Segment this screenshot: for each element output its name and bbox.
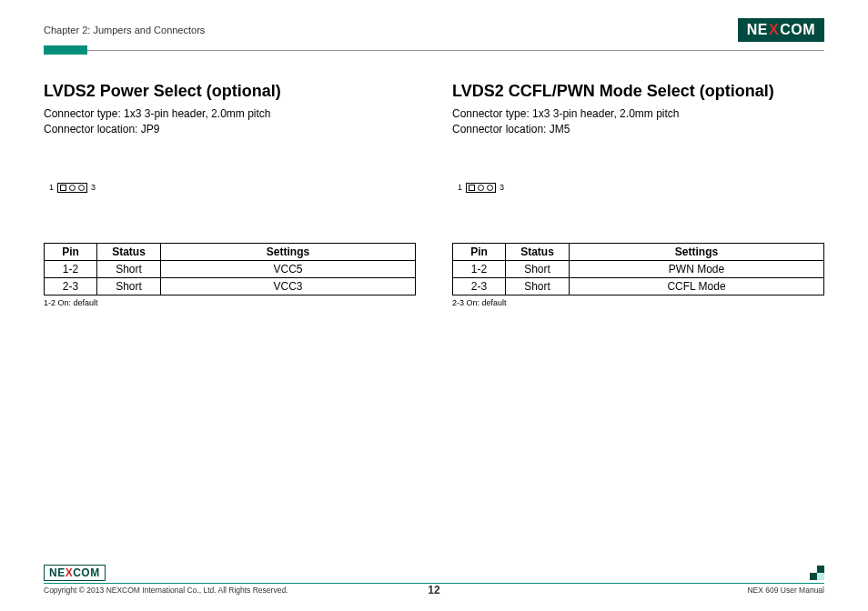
left-pin-diagram: 1 3: [49, 183, 416, 193]
left-pin-label-3: 3: [91, 183, 96, 192]
td-status: Short: [97, 260, 161, 277]
left-conn-type: Connector type: 1x3 3-pin header, 2.0mm …: [44, 106, 416, 122]
pin-circle-icon: [69, 185, 76, 191]
right-pin-label-1: 1: [458, 183, 462, 192]
th-status: Status: [97, 243, 161, 260]
right-pin-diagram: 1 3: [458, 183, 824, 193]
left-conn-loc: Connector location: JP9: [44, 122, 416, 137]
table-row: 1-2 Short VCC5: [45, 260, 416, 277]
left-pin-frame: [57, 183, 87, 193]
right-section-title: LVDS2 CCFL/PWN Mode Select (optional): [452, 82, 824, 101]
th-pin: Pin: [453, 243, 506, 260]
td-settings: CCFL Mode: [570, 277, 824, 295]
left-pin-label-1: 1: [49, 183, 54, 192]
pin-square-icon: [469, 185, 475, 191]
right-conn-loc: Connector location: JM5: [452, 122, 824, 137]
right-settings-table: Pin Status Settings 1-2 Short PWN Mode 2…: [452, 243, 824, 295]
left-column: LVDS2 Power Select (optional) Connector …: [44, 82, 416, 307]
td-status: Short: [97, 277, 161, 295]
pin-circle-icon: [78, 185, 85, 191]
left-settings-table: Pin Status Settings 1-2 Short VCC5 2-3 S…: [44, 243, 416, 295]
logo-pre: NE: [747, 22, 768, 38]
right-conn-type: Connector type: 1x3 3-pin header, 2.0mm …: [452, 106, 824, 122]
left-default-note: 1-2 On: default: [44, 298, 416, 307]
td-status: Short: [506, 277, 570, 295]
table-row: 2-3 Short VCC3: [45, 277, 416, 295]
right-pin-frame: [466, 183, 496, 193]
td-settings: VCC5: [161, 260, 416, 277]
logo-pre: NE: [49, 566, 66, 579]
th-pin: Pin: [45, 243, 97, 260]
pin-square-icon: [60, 185, 66, 191]
logo-post: COM: [73, 566, 100, 579]
table-row: 1-2 Short PWN Mode: [453, 260, 824, 277]
td-pin: 2-3: [45, 277, 97, 295]
right-connector-info: Connector type: 1x3 3-pin header, 2.0mm …: [452, 106, 824, 137]
logo-x: X: [769, 22, 779, 38]
footer-logo: NEXCOM: [44, 565, 106, 581]
chapter-title: Chapter 2: Jumpers and Connectors: [44, 25, 205, 35]
pin-circle-icon: [478, 185, 484, 191]
left-connector-info: Connector type: 1x3 3-pin header, 2.0mm …: [44, 106, 416, 137]
page-footer: NEXCOM Copyright © 2013 NEXCOM Internati…: [44, 565, 824, 595]
th-settings: Settings: [161, 243, 416, 260]
footer-squares-icon: [810, 566, 824, 580]
right-pin-label-3: 3: [500, 183, 504, 192]
footer-page-number: 12: [44, 584, 824, 596]
right-default-note: 2-3 On: default: [452, 298, 824, 307]
table-row: 2-3 Short CCFL Mode: [453, 277, 824, 295]
th-status: Status: [506, 243, 570, 260]
td-status: Short: [506, 260, 570, 277]
pin-circle-icon: [487, 185, 493, 191]
header-rule: [44, 45, 824, 55]
td-pin: 2-3: [453, 277, 506, 295]
logo-x: X: [66, 566, 74, 579]
td-settings: PWN Mode: [570, 260, 824, 277]
td-pin: 1-2: [453, 260, 506, 277]
left-section-title: LVDS2 Power Select (optional): [44, 82, 416, 101]
td-pin: 1-2: [45, 260, 97, 277]
th-settings: Settings: [570, 243, 824, 260]
nexcom-logo: NEXCOM: [738, 18, 824, 42]
td-settings: VCC3: [161, 277, 416, 295]
right-column: LVDS2 CCFL/PWN Mode Select (optional) Co…: [452, 82, 824, 307]
logo-post: COM: [780, 22, 815, 38]
